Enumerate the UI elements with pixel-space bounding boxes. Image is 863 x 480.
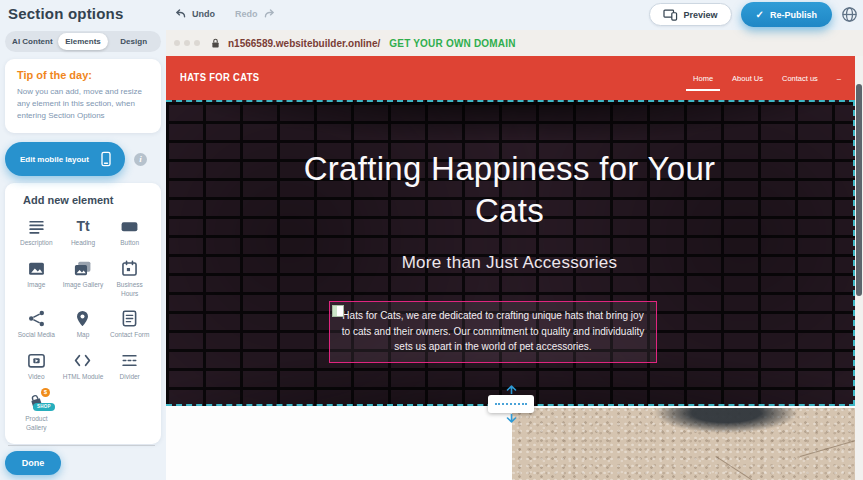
cat-shadow [636, 408, 816, 446]
element-map[interactable]: Map [60, 309, 107, 340]
mobile-layout-row: Edit mobile layout i [5, 142, 166, 176]
scrollbar-thumb[interactable] [856, 84, 862, 296]
nav-about-us[interactable]: About Us [732, 74, 763, 83]
sidebar: AI Content Elements Design Tip of the da… [0, 30, 166, 480]
shop-badge: SHOP [33, 403, 55, 411]
add-element-title: Add new element [13, 194, 153, 206]
element-divider[interactable]: Divider [106, 351, 153, 382]
check-icon: ✓ [756, 9, 764, 20]
element-description[interactable]: Description [13, 217, 60, 248]
element-social-media[interactable]: Social Media [13, 309, 60, 340]
site-url: n1566589.websitebuilder.online/ [228, 38, 380, 49]
preview-button[interactable]: Preview [649, 3, 732, 26]
republish-button[interactable]: ✓ Re-Publish [741, 2, 832, 27]
element-video[interactable]: Video [13, 351, 60, 382]
description-icon [27, 217, 46, 236]
floor-seam [715, 456, 804, 480]
resize-grip[interactable] [488, 395, 534, 413]
site-nav: Home About Us Contact us – [693, 56, 841, 100]
nav-contact-us[interactable]: Contact us [782, 74, 818, 83]
new-badge: $ [41, 388, 50, 397]
tab-ai-content[interactable]: AI Content [7, 33, 58, 50]
lock-icon [210, 37, 221, 49]
arrow-down-icon [506, 414, 517, 423]
divider-icon [120, 351, 139, 370]
tip-card: Tip of the day: Now you can add, move an… [5, 59, 161, 133]
info-icon[interactable]: i [134, 153, 147, 166]
nav-more[interactable]: – [837, 74, 841, 83]
image-gallery-icon [73, 259, 92, 278]
page-title: Section options [8, 5, 124, 22]
element-business-hours[interactable]: Business Hours [106, 259, 153, 299]
browser-dot [184, 40, 190, 46]
undo-redo-group: Undo Redo [172, 5, 278, 22]
section-resize-handle[interactable] [488, 385, 534, 425]
hero-text-block[interactable]: Hats for Cats, we are dedicated to craft… [329, 301, 657, 363]
hero-subheading[interactable]: More than Just Accessories [166, 253, 853, 273]
image-icon [27, 259, 46, 278]
hero-heading[interactable]: Crafting Happiness for Your Cats [285, 102, 735, 232]
video-icon [27, 351, 46, 370]
element-button[interactable]: Button [106, 217, 153, 248]
browser-bar: n1566589.websitebuilder.online/ GET YOUR… [166, 30, 863, 56]
redo-button[interactable]: Redo [233, 5, 278, 22]
site-header: HATS FOR CATS Home About Us Contact us – [166, 56, 855, 100]
undo-button[interactable]: Undo [172, 5, 217, 22]
devices-icon [663, 8, 678, 21]
tip-body: Now you can add, move and resize any ele… [17, 86, 149, 122]
add-element-panel: Add new element Description Tt Heading B… [5, 183, 161, 444]
tip-title: Tip of the day: [17, 69, 149, 81]
redo-icon [263, 7, 276, 20]
nav-home[interactable]: Home [693, 74, 713, 83]
next-section-image[interactable] [512, 408, 855, 480]
browser-dot [194, 40, 200, 46]
tab-design[interactable]: Design [108, 33, 159, 50]
topbar-actions: Preview ✓ Re-Publish [649, 2, 858, 27]
globe-icon [841, 6, 858, 23]
sidebar-tabs: AI Content Elements Design [5, 31, 161, 52]
undo-icon [174, 7, 187, 20]
site-logo[interactable]: HATS FOR CATS [180, 71, 259, 83]
preview-scrollbar[interactable] [855, 56, 863, 480]
element-image[interactable]: Image [13, 259, 60, 299]
social-media-icon [27, 309, 46, 328]
edit-mobile-layout-button[interactable]: Edit mobile layout [5, 142, 125, 176]
arrow-up-icon [506, 385, 517, 394]
element-contact-form[interactable]: Contact Form [106, 309, 153, 340]
element-product-gallery[interactable]: $ SHOP Product Gallery [13, 393, 60, 433]
sidebar-divider [8, 445, 155, 446]
element-drag-handle[interactable] [332, 305, 344, 317]
element-html-module[interactable]: HTML Module [60, 351, 107, 382]
hero-section[interactable]: Crafting Happiness for Your Cats More th… [166, 100, 855, 406]
map-pin-icon [73, 309, 92, 328]
element-grid: Description Tt Heading Button Image [13, 217, 153, 432]
site-preview: n1566589.websitebuilder.online/ GET YOUR… [166, 30, 863, 480]
button-icon [120, 217, 139, 236]
business-hours-icon [120, 259, 139, 278]
element-image-gallery[interactable]: Image Gallery [60, 259, 107, 299]
browser-dot [174, 40, 180, 46]
product-gallery-icon: $ SHOP [27, 393, 46, 412]
heading-icon: Tt [76, 217, 89, 236]
hero-body-text: Hats for Cats, we are dedicated to craft… [342, 310, 644, 352]
element-heading[interactable]: Tt Heading [60, 217, 107, 248]
html-module-icon [73, 351, 92, 370]
topbar: Section options Undo Redo Preview ✓ Re-P… [0, 0, 863, 30]
language-globe-button[interactable] [841, 6, 858, 23]
phone-icon [98, 150, 114, 168]
contact-form-icon [120, 309, 139, 328]
done-button[interactable]: Done [5, 451, 61, 475]
grip-dots-icon [495, 403, 527, 405]
tab-elements[interactable]: Elements [58, 33, 109, 50]
get-domain-link[interactable]: GET YOUR OWN DOMAIN [389, 38, 515, 49]
